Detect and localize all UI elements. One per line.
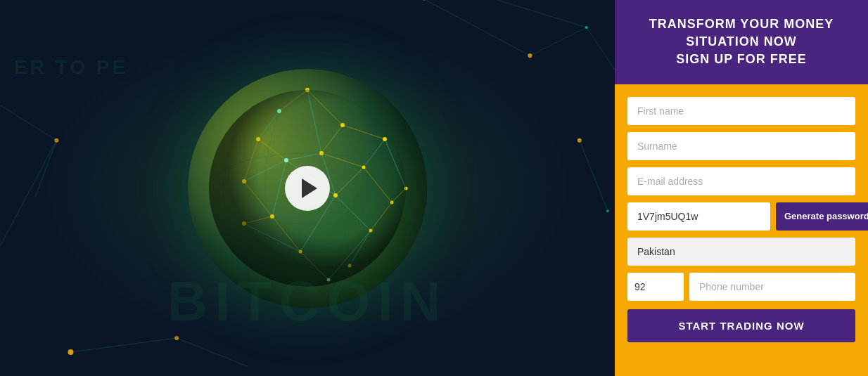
play-icon (302, 179, 317, 198)
header-title: TRANSFORM YOUR MONEY SITUATION NOW SIGN … (629, 15, 854, 69)
header-line3: SIGN UP FOR FREE (676, 52, 807, 66)
generate-password-button[interactable]: Generate passwords (776, 202, 868, 231)
phone-row (627, 273, 855, 301)
password-row: Generate passwords (627, 202, 855, 231)
header-section: TRANSFORM YOUR MONEY SITUATION NOW SIGN … (615, 0, 868, 84)
password-input[interactable] (627, 202, 770, 231)
play-button[interactable] (285, 166, 330, 211)
first-name-input[interactable] (627, 97, 855, 125)
surname-input[interactable] (627, 132, 855, 160)
header-line1: TRANSFORM YOUR MONEY (649, 17, 834, 31)
country-code-input[interactable] (627, 273, 684, 301)
video-panel: BITCOIN ER TO PE (0, 0, 615, 376)
signup-panel: TRANSFORM YOUR MONEY SITUATION NOW SIGN … (615, 0, 868, 376)
country-input[interactable] (627, 238, 855, 266)
submit-button[interactable]: START TRADING NOW (627, 309, 855, 342)
email-input[interactable] (627, 167, 855, 195)
globe-container (188, 69, 427, 308)
header-line2: SITUATION NOW (686, 34, 797, 48)
phone-number-input[interactable] (689, 273, 855, 301)
form-section: Generate passwords START TRADING NOW (615, 84, 868, 376)
